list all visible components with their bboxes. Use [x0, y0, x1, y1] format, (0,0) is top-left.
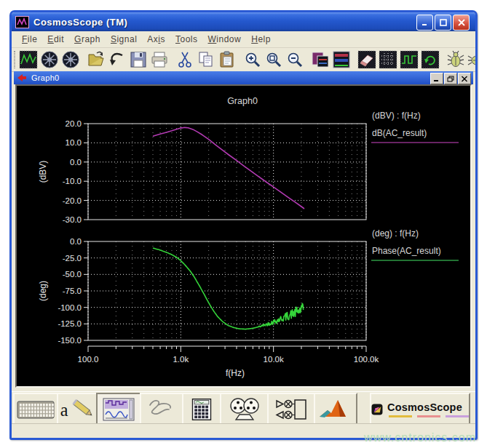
menu-item-help[interactable]: Help: [246, 33, 276, 46]
zoom-region-icon[interactable]: [263, 49, 284, 71]
top-legend-series: dB(AC_result): [372, 128, 427, 138]
graph-layers-icon[interactable]: [330, 49, 352, 71]
scope-display-icon[interactable]: [96, 393, 141, 425]
y-tick-label: -150.0: [58, 336, 82, 345]
calculator-icon[interactable]: [182, 393, 221, 425]
cut-icon[interactable]: [174, 49, 195, 71]
graph-title: Graph0: [227, 96, 258, 106]
waveform-icon[interactable]: [17, 49, 39, 71]
menu-item-graph[interactable]: Graph: [69, 33, 106, 46]
x-tick-label: 10.0k: [264, 355, 284, 364]
y-tick-label: -125.0: [58, 319, 82, 328]
print-icon[interactable]: [149, 49, 170, 71]
annotation-icon[interactable]: a: [57, 393, 98, 425]
graph-restore-button[interactable]: [444, 73, 457, 84]
eraser-icon[interactable]: [356, 49, 377, 71]
copy-icon[interactable]: [195, 49, 216, 71]
y-tick-label: -30.0: [63, 215, 82, 224]
bug-icon[interactable]: [445, 49, 466, 71]
graph-close-button[interactable]: [458, 73, 471, 84]
undo-icon[interactable]: [106, 49, 127, 71]
menu-item-axis[interactable]: Axis: [142, 33, 170, 46]
y-tick-label: -100.0: [58, 303, 82, 312]
bottom-legend-series: Phase(AC_result): [372, 246, 441, 256]
plot-area[interactable]: Graph020.010.00.0-10.0-20.0-30.00.0-25.0…: [15, 84, 472, 388]
y-tick-label: 0.0: [70, 158, 82, 167]
app-titlebar[interactable]: CosmosScope (TM): [12, 12, 475, 31]
db-curve: [153, 127, 304, 209]
phase-curve: [153, 248, 304, 329]
y-tick-label: -20.0: [63, 196, 82, 205]
app-window: CosmosScope (TM) FileEditGraphSignalAxis…: [9, 10, 478, 440]
cosmosscope-logo-label: CosmosScope: [387, 401, 462, 413]
graph-stack-icon[interactable]: [309, 49, 330, 71]
x-tick-label: 100.0: [78, 355, 99, 364]
y-tick-label: -25.0: [63, 254, 82, 263]
graph-window: Graph0 Graph020.010.00.0-10.0-20.0-30.00…: [14, 71, 473, 389]
refresh-icon[interactable]: [419, 49, 440, 71]
zoom-out-icon[interactable]: [284, 49, 305, 71]
menu-item-file[interactable]: File: [17, 33, 42, 46]
wheel-2-icon[interactable]: [60, 49, 81, 71]
square-wave-icon[interactable]: [398, 49, 419, 71]
tool-palette: a CosmosScope: [12, 391, 475, 424]
menu-item-window[interactable]: Window: [203, 33, 247, 46]
x-tick-label: 1.0k: [173, 355, 189, 364]
screenshot-page: CosmosScope (TM) FileEditGraphSignalAxis…: [0, 0, 479, 448]
graph-window-icon: [17, 73, 27, 82]
watermark-text: www.cntronics.com: [364, 431, 476, 444]
tape-reels-icon[interactable]: [220, 393, 269, 425]
keyboard-icon[interactable]: [13, 393, 58, 425]
menu-item-tools[interactable]: Tools: [170, 33, 203, 46]
main-toolbar: [12, 48, 475, 72]
cosmosscope-logo-icon: [371, 399, 383, 420]
cosmosscope-logo-button[interactable]: CosmosScope: [370, 393, 470, 425]
menu-bar: FileEditGraphSignalAxisToolsWindowHelp: [12, 31, 475, 48]
grid-icon[interactable]: [377, 49, 398, 71]
top-ylabel: (dBV): [38, 161, 48, 183]
bottom-legend-title: (deg) : f(Hz): [372, 228, 419, 239]
x-axis-label: f(Hz): [226, 368, 245, 378]
app-icon: [15, 16, 29, 28]
window-title: CosmosScope (TM): [33, 17, 127, 28]
signal-mixer-icon[interactable]: [267, 393, 315, 425]
minimize-button[interactable]: [416, 15, 433, 31]
toolbar-drag-handle[interactable]: [14, 51, 15, 68]
zoom-in-icon[interactable]: [242, 49, 263, 71]
y-tick-label: -50.0: [63, 270, 82, 279]
y-tick-label: -75.0: [63, 287, 82, 295]
maximize-button[interactable]: [435, 15, 451, 31]
wheel-icon[interactable]: [39, 49, 60, 71]
probe-icon[interactable]: [140, 393, 183, 425]
save-icon[interactable]: [127, 49, 149, 71]
bottom-ylabel: (deg): [38, 281, 48, 301]
bug-2-icon[interactable]: [466, 49, 475, 71]
close-button[interactable]: [453, 15, 470, 31]
svg-text:a: a: [60, 400, 68, 420]
y-tick-label: 20.0: [66, 119, 82, 128]
matlab-icon[interactable]: [314, 393, 357, 425]
folder-open-icon[interactable]: [85, 49, 106, 71]
graph-window-titlebar[interactable]: Graph0: [14, 71, 473, 84]
menu-item-signal[interactable]: Signal: [106, 33, 142, 46]
x-tick-label: 100.0k: [354, 355, 379, 364]
y-tick-label: 10.0: [66, 138, 82, 147]
logo-underlines: [389, 415, 469, 417]
graph-minimize-button[interactable]: [430, 73, 443, 84]
top-legend-title: (dBV) : f(Hz): [372, 111, 421, 121]
y-tick-label: 0.0: [70, 237, 82, 246]
plots-canvas: Graph020.010.00.0-10.0-20.0-30.00.0-25.0…: [17, 86, 470, 386]
y-tick-label: -10.0: [63, 177, 82, 185]
paste-icon[interactable]: [216, 49, 237, 71]
graph-window-title: Graph0: [31, 73, 60, 82]
menu-item-edit[interactable]: Edit: [42, 33, 69, 46]
